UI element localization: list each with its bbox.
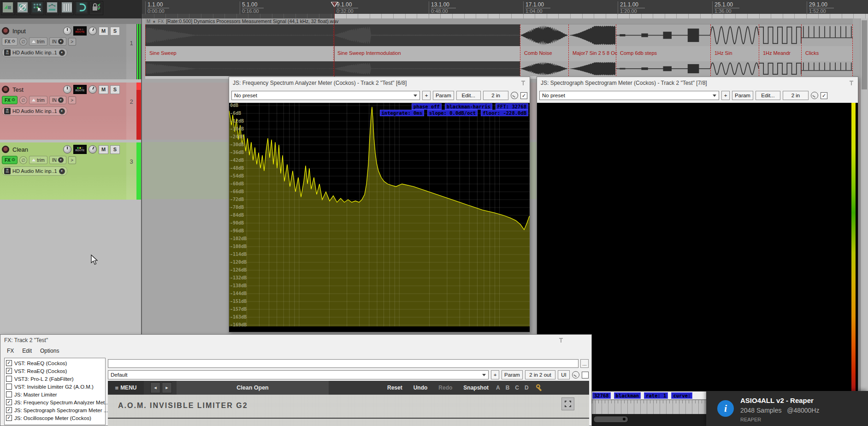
plugin-gui-area[interactable]: A.O.M. INVISIBLE LIMITER G2 <box>108 395 589 426</box>
pin-icon[interactable] <box>558 337 564 343</box>
fx-plugin-list[interactable]: ✓ VST: ReaEQ (Cockos) ✓ VST: ReaEQ (Cock… <box>4 358 106 425</box>
more-button[interactable]: ... <box>580 359 589 368</box>
pan-knob[interactable] <box>89 145 97 154</box>
take-marker-line[interactable] <box>759 24 759 76</box>
pan-knob[interactable] <box>89 27 97 35</box>
add-preset-button[interactable]: + <box>422 91 431 100</box>
fx-enable-checkbox[interactable]: ✓ <box>6 360 12 366</box>
spectrograph-settings-row[interactable]: 32768blackmanrate: 1curve: <box>592 392 692 399</box>
spectrum-setting-chip[interactable]: slope: 0.0dB/oct <box>427 110 478 116</box>
item-note-icon[interactable]: ● <box>153 19 155 24</box>
io-button[interactable]: 2 in <box>783 91 809 100</box>
input-arrow-button[interactable]: > <box>68 38 76 46</box>
fx-enable-checkbox[interactable]: ✓ <box>6 399 12 405</box>
take-marker-line[interactable] <box>333 24 334 76</box>
pin-icon[interactable] <box>520 80 526 86</box>
ruler-mark[interactable]: 17.1.00 1:04.00 <box>523 1 550 14</box>
preset-dropdown[interactable]: No preset <box>231 91 420 100</box>
route-button[interactable]: ROUTE <box>73 26 87 36</box>
comment-field[interactable] <box>108 359 579 368</box>
fx-list-item[interactable]: ✓ VST: ReaEQ (Cockos) <box>5 359 105 367</box>
fx-window-titlebar[interactable]: FX: Track 2 "Test" <box>0 335 591 345</box>
reset-button[interactable]: Reset <box>382 385 408 391</box>
mute-button[interactable]: M <box>99 145 108 154</box>
volume-knob[interactable] <box>63 145 71 154</box>
preset-dropdown[interactable]: No preset <box>539 91 719 100</box>
ruler-mark[interactable]: 5.1.00 0:16.00 <box>240 1 264 14</box>
bank-c-button[interactable]: C <box>515 385 519 391</box>
track-test[interactable]: Test ROUTE M S FX ⏻ ∅ trim IN ▾ > INFX H… <box>0 83 141 140</box>
input-source-selector[interactable]: INFX HD Audio Mic inp..1 ▾ <box>2 166 67 176</box>
toolbar-button-crossfade-icon[interactable] <box>16 1 30 15</box>
item-fx-icon[interactable]: FX <box>158 19 164 24</box>
route-button[interactable]: ROUTE <box>73 145 87 154</box>
toolbar-button-snap-icon[interactable] <box>30 1 44 15</box>
pin-icon[interactable] <box>849 80 854 86</box>
pan-knob[interactable] <box>89 85 97 94</box>
param-button[interactable]: Param <box>433 91 454 100</box>
undo-button[interactable]: Undo <box>408 385 433 391</box>
track-name[interactable]: Clean <box>12 146 28 153</box>
take-marker-line[interactable] <box>801 24 802 76</box>
trim-envelope-button[interactable]: trim <box>29 96 47 104</box>
ruler-mark[interactable]: 21.1.00 1:20.00 <box>618 1 645 14</box>
io-button[interactable]: 2 in 2 out <box>525 370 555 379</box>
fx-list-item[interactable]: ✓ JS: Frequency Spectrum Analyzer Met... <box>5 398 105 406</box>
waveform-top-half[interactable] <box>145 24 853 46</box>
wrench-icon[interactable] <box>535 384 543 392</box>
param-button[interactable]: Param <box>732 91 753 100</box>
spectrograph-window-titlebar[interactable]: JS: Spectrograph Spectrogram Meter (Cock… <box>537 77 858 89</box>
take-marker-line[interactable] <box>710 24 711 76</box>
ruler-mark[interactable]: 25.1.00 1:36.00 <box>712 1 739 14</box>
time-selection[interactable] <box>334 14 868 18</box>
bypass-checkbox[interactable]: ✓ <box>520 92 527 99</box>
route-button[interactable]: ROUTE <box>73 85 87 94</box>
vertical-scrollbar[interactable] <box>860 18 868 391</box>
snapshot-button[interactable]: Snapshot <box>458 385 494 391</box>
take-label[interactable]: Clicks <box>805 50 819 56</box>
input-arrow-button[interactable]: > <box>68 156 76 164</box>
timeline-ruler[interactable]: 1.1.00 0:00.00 5.1.00 0:16.00 9.1.00 0:3… <box>142 0 868 19</box>
io-button[interactable]: 2 in <box>483 91 508 100</box>
bank-b-button[interactable]: B <box>506 385 510 391</box>
fx-list-item[interactable]: VST3: Pro-L 2 (FabFilter) <box>5 375 105 383</box>
item-end-line[interactable] <box>852 24 853 76</box>
toolbar-button-grouping-icon[interactable] <box>1 1 15 15</box>
track-input[interactable]: Input ROUTE M S FX ⏻ ∅ trim IN ▾ > INFX … <box>0 24 141 79</box>
menu-edit[interactable]: Edit <box>22 348 32 354</box>
fullscreen-icon[interactable] <box>561 397 574 410</box>
toolbar-button-ripple-edit-icon[interactable] <box>75 1 89 15</box>
next-program-button[interactable]: ► <box>162 382 172 393</box>
plugin-menu-button[interactable]: ≡ MENU <box>108 381 144 395</box>
record-arm-button[interactable] <box>2 27 9 35</box>
wet-dry-knob[interactable] <box>511 92 518 99</box>
take-label[interactable]: 1Hz Meandr <box>763 50 791 56</box>
fx-enable-checkbox[interactable] <box>6 384 12 390</box>
tcp-arrange-splitter[interactable] <box>141 18 142 334</box>
spectrograph-setting-chip[interactable]: blackman <box>614 392 641 399</box>
fx-list-item[interactable]: ✓ JS: Oscilloscope Meter (Cockos) <box>5 414 105 422</box>
input-button[interactable]: IN ▾ <box>49 96 66 104</box>
solo-button[interactable]: S <box>110 145 120 154</box>
take-label-band[interactable] <box>145 46 853 61</box>
redo-button[interactable]: Redo <box>433 385 458 391</box>
add-preset-button[interactable]: + <box>721 91 730 100</box>
edit-cursor-marker[interactable] <box>331 2 338 7</box>
spectrograph-setting-chip[interactable]: curve: <box>671 392 692 399</box>
fx-button[interactable]: FX ⏻ <box>2 37 18 46</box>
fx-enable-checkbox[interactable]: ✓ <box>6 407 12 413</box>
phase-button[interactable]: ∅ <box>19 96 27 104</box>
menu-options[interactable]: Options <box>40 348 59 354</box>
spectrum-setting-chip[interactable]: FFT: 32768 <box>496 103 528 110</box>
spectrum-window-titlebar[interactable]: JS: Frequency Spectrum Analyzer Meter (C… <box>229 77 530 89</box>
volume-knob[interactable] <box>63 85 71 94</box>
item-mute-icon[interactable]: M <box>147 19 150 24</box>
prev-program-button[interactable]: ◄ <box>150 382 160 393</box>
take-label[interactable]: Sine Sweep Intermodulation <box>337 50 401 56</box>
fx-chain-window[interactable]: FX: Track 2 "Test" FXEditOptions ✓ VST: … <box>0 334 592 426</box>
fx-list-item[interactable]: ✓ VST: ReaEQ (Cockos) <box>5 367 105 375</box>
take-label[interactable]: Comp 6db steps <box>620 50 657 56</box>
record-arm-button[interactable] <box>2 86 9 93</box>
spectrum-setting-chip[interactable]: floor: -228.0dB <box>481 110 528 116</box>
spectrograph-setting-chip[interactable]: rate: 1 <box>644 392 668 399</box>
